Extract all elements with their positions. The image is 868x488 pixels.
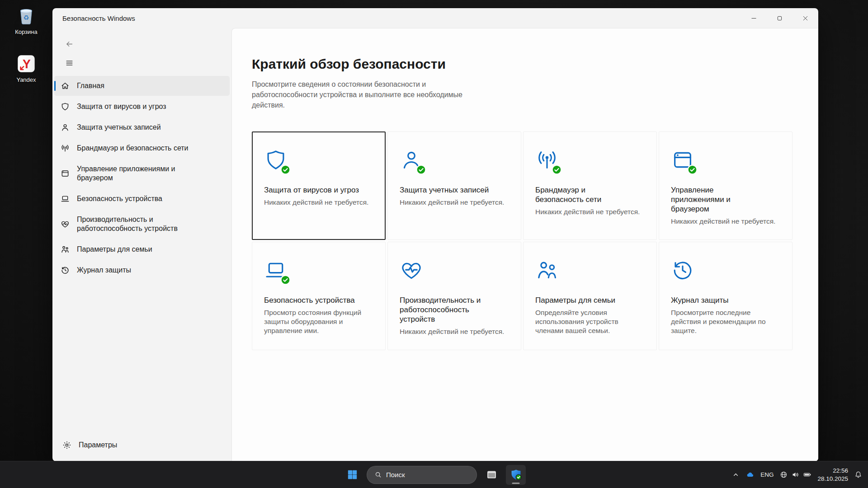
tray-chevron-button[interactable]	[731, 470, 740, 479]
card-desc: Просмотр состояния функций защиты оборуд…	[264, 308, 373, 335]
family-icon	[535, 258, 559, 282]
sidebar-item-firewall-network[interactable]: Брандмауэр и безопасность сети	[54, 138, 230, 158]
taskbar: Поиск ENG 22:56 28.10.2025	[0, 461, 868, 488]
card-desc: Никаких действий не требуется.	[264, 198, 373, 207]
sidebar-item-label: Параметры	[79, 441, 117, 450]
sidebar-item-family-options[interactable]: Параметры для семьи	[54, 239, 230, 259]
desktop-icon-yandex[interactable]: Y Yandex	[5, 53, 47, 83]
hamburger-menu-icon	[65, 59, 74, 67]
card-protection-history[interactable]: Журнал защитыПросмотрите последние дейст…	[659, 242, 793, 350]
check-badge-icon	[280, 164, 291, 175]
start-button[interactable]	[342, 465, 362, 485]
sidebar-item-label: Журнал защиты	[77, 266, 131, 275]
window-title: Безопасность Windows	[52, 14, 741, 22]
card-desc: Просмотрите последние действия и рекомен…	[671, 308, 779, 335]
sidebar-item-device-health[interactable]: Производительность и работоспособность у…	[54, 210, 230, 239]
recycle-bin-icon: ♻	[16, 5, 37, 26]
security-cards-grid: Защита от вирусов и угрозНикаких действи…	[252, 131, 800, 350]
main-content: Краткий обзор безопасности Просмотрите с…	[231, 28, 818, 461]
taskbar-center: Поиск	[342, 461, 526, 488]
menu-button[interactable]	[61, 55, 77, 70]
card-desc: Никаких действий не требуется.	[400, 198, 508, 207]
sidebar-item-protection-history[interactable]: Журнал защиты	[54, 260, 230, 280]
minimize-icon	[750, 14, 758, 22]
desktop-icon-list: ♻ Корзина Y Yandex	[5, 5, 47, 83]
sidebar-item-home[interactable]: Главная	[54, 76, 230, 96]
card-app-browser-control[interactable]: Управление приложениями и браузеромНикак…	[659, 131, 793, 240]
person-icon	[400, 148, 423, 172]
sidebar-item-app-browser-control[interactable]: Управление приложениями и браузером	[54, 159, 230, 188]
quick-settings-button[interactable]	[779, 470, 811, 479]
sidebar-item-label: Параметры для семьи	[77, 245, 152, 254]
maximize-button[interactable]	[767, 8, 793, 28]
app-window-icon	[486, 469, 498, 481]
card-title: Производительность и работоспособность у…	[400, 296, 495, 324]
apps-icon	[671, 148, 694, 172]
bell-icon	[854, 470, 863, 479]
clock[interactable]: 22:56 28.10.2025	[817, 467, 848, 483]
device-icon	[61, 194, 70, 203]
card-title: Журнал защиты	[671, 296, 767, 305]
taskbar-windows-security-button[interactable]	[506, 465, 526, 485]
shield-icon	[264, 148, 288, 172]
sidebar-item-virus-protection[interactable]: Защита от вирусов и угроз	[54, 97, 230, 117]
sidebar: ГлавнаяЗащита от вирусов и угрозЗащита у…	[52, 28, 231, 461]
taskbar-app-button[interactable]	[481, 465, 501, 485]
card-firewall-network[interactable]: Брандмауэр и безопасность сетиНикаких де…	[523, 131, 657, 240]
card-desc: Никаких действий не требуется.	[671, 217, 779, 226]
sidebar-item-account-protection[interactable]: Защита учетных записей	[54, 117, 230, 137]
active-app-indicator	[512, 483, 520, 484]
tray-cloud-button[interactable]	[746, 470, 755, 479]
chevron-up-icon	[731, 470, 740, 479]
sidebar-item-label: Управление приложениями и браузером	[77, 164, 203, 183]
sidebar-item-device-security[interactable]: Безопасность устройства	[54, 189, 230, 209]
shield-icon	[61, 102, 70, 111]
network-icon	[61, 144, 70, 153]
check-badge-icon	[687, 164, 698, 175]
taskbar-search[interactable]: Поиск	[367, 466, 477, 484]
desktop-icon-label: Корзина	[15, 28, 38, 35]
language-indicator[interactable]: ENG	[760, 471, 774, 478]
card-device-security[interactable]: Безопасность устройстваПросмотр состояни…	[252, 242, 386, 350]
tray-time: 22:56	[817, 467, 848, 475]
sidebar-item-settings[interactable]: Параметры	[56, 435, 228, 455]
search-label: Поиск	[386, 471, 405, 479]
desktop-icon-label: Yandex	[16, 76, 36, 83]
device-icon	[264, 258, 288, 282]
maximize-icon	[776, 14, 783, 22]
card-title: Брандмауэр и безопасность сети	[535, 185, 631, 205]
speaker-icon	[791, 470, 800, 479]
svg-text:♻: ♻	[24, 14, 29, 21]
search-icon	[374, 471, 382, 479]
page-subtitle: Просмотрите сведения о состоянии безопас…	[252, 79, 472, 111]
card-desc: Никаких действий не требуется.	[535, 207, 644, 216]
back-arrow-icon	[65, 40, 74, 48]
card-desc: Никаких действий не требуется.	[400, 327, 508, 336]
check-badge-icon	[280, 275, 291, 285]
network-globe-icon	[779, 470, 788, 479]
card-virus-protection[interactable]: Защита от вирусов и угрозНикаких действи…	[252, 131, 386, 240]
card-account-protection[interactable]: Защита учетных записейНикаких действий н…	[387, 131, 521, 240]
windows-security-window: Безопасность Windows ГлавнаяЗащита от ви…	[52, 8, 818, 461]
card-title: Параметры для семьи	[535, 296, 631, 305]
back-button[interactable]	[61, 36, 77, 52]
sidebar-item-label: Производительность и работоспособность у…	[77, 215, 203, 233]
titlebar: Безопасность Windows	[52, 8, 818, 28]
health-icon	[61, 220, 70, 229]
desktop-icon-recycle-bin[interactable]: ♻ Корзина	[5, 5, 47, 35]
cloud-icon	[746, 470, 755, 479]
sidebar-item-label: Брандмауэр и безопасность сети	[77, 144, 189, 153]
sidebar-nav: ГлавнаяЗащита от вирусов и угрозЗащита у…	[52, 76, 231, 280]
check-badge-icon	[552, 164, 562, 175]
system-tray: ENG 22:56 28.10.2025	[731, 461, 863, 488]
card-family-options[interactable]: Параметры для семьиОпределяйте условия и…	[523, 242, 657, 350]
notification-bell-button[interactable]	[854, 470, 863, 479]
sidebar-item-label: Защита от вирусов и угроз	[77, 102, 166, 111]
card-title: Безопасность устройства	[264, 296, 360, 305]
card-device-health[interactable]: Производительность и работоспособность у…	[387, 242, 521, 350]
check-badge-icon	[416, 164, 426, 175]
card-title: Управление приложениями и браузером	[671, 185, 767, 214]
family-icon	[61, 245, 70, 254]
minimize-button[interactable]	[741, 8, 767, 28]
close-button[interactable]	[793, 8, 818, 28]
